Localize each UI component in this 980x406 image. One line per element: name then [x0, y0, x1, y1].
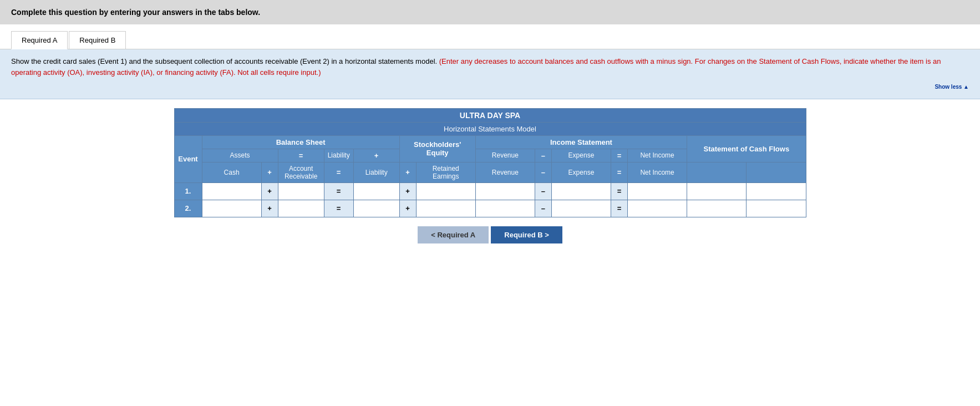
- row1-liability-cell[interactable]: [353, 182, 399, 200]
- row2-expense-cell[interactable]: [551, 200, 611, 217]
- revenue-col-header: Revenue: [475, 162, 535, 182]
- assets-header: Assets: [202, 149, 278, 162]
- instruction-box: Show the credit card sales (Event 1) and…: [0, 49, 980, 99]
- row1-equals1: =: [324, 182, 353, 200]
- row1-plus2: +: [399, 182, 416, 200]
- retained-earnings-header: Retained Earnings: [416, 162, 475, 182]
- minus-col-op: –: [535, 162, 551, 182]
- row2-liability-input[interactable]: [357, 202, 396, 215]
- row1-ar-cell[interactable]: [278, 182, 324, 200]
- row2-revenue-cell[interactable]: [475, 200, 535, 217]
- expense-col-header: Expense: [551, 162, 611, 182]
- event-header: Event: [174, 135, 202, 182]
- liability-col-header: Liability: [353, 162, 399, 182]
- stockholders-equity-header: Stockholders' Equity: [399, 135, 475, 162]
- row2-netincome-input[interactable]: [631, 202, 683, 215]
- row1-expense-cell[interactable]: [551, 182, 611, 200]
- row1-retained-cell[interactable]: [416, 182, 475, 200]
- row1-cash-cell[interactable]: [202, 182, 261, 200]
- row1-netincome-input[interactable]: [631, 185, 683, 197]
- row1-cashflow2-input[interactable]: [750, 185, 802, 197]
- row1-cash-input[interactable]: [206, 185, 258, 197]
- horizontal-statements-table: ULTRA DAY SPA Horizontal Statements Mode…: [174, 108, 806, 217]
- row1-revenue-input[interactable]: [479, 185, 531, 197]
- row1-liability-input[interactable]: [357, 185, 396, 197]
- revenue-header: Revenue: [475, 149, 535, 162]
- balance-sheet-header: Balance Sheet: [202, 135, 399, 149]
- row2-equals2: =: [611, 200, 628, 217]
- row2-minus1: –: [535, 200, 551, 217]
- row1-netincome-cell[interactable]: [628, 182, 687, 200]
- row2-cashflow2-cell[interactable]: [747, 200, 806, 217]
- next-button[interactable]: Required B >: [491, 226, 562, 243]
- prev-button[interactable]: < Required A: [418, 226, 489, 243]
- row2-cash-input[interactable]: [206, 202, 258, 215]
- row1-plus1: +: [261, 182, 278, 200]
- row2-expense-input[interactable]: [555, 202, 607, 215]
- row1-cashflow1-input[interactable]: [690, 185, 743, 197]
- tab-required-b[interactable]: Required B: [69, 31, 126, 49]
- row2-cashflow1-input[interactable]: [690, 202, 743, 215]
- table-row: 2. + = + – =: [174, 200, 806, 217]
- table-subtitle: Horizontal Statements Model: [174, 122, 806, 135]
- minus-op-1: –: [535, 149, 551, 162]
- equals-op-2: =: [611, 149, 628, 162]
- cash-flow-col1-header: [687, 162, 747, 182]
- row2-cash-cell[interactable]: [202, 200, 261, 217]
- cash-flow-col2-header: [747, 162, 806, 182]
- row2-cashflow1-cell[interactable]: [687, 200, 747, 217]
- plus-op-1: +: [261, 162, 278, 182]
- row2-ar-cell[interactable]: [278, 200, 324, 217]
- row1-cashflow1-cell[interactable]: [687, 182, 747, 200]
- table-title: ULTRA DAY SPA: [174, 108, 806, 122]
- table-wrapper: ULTRA DAY SPA Horizontal Statements Mode…: [0, 99, 980, 263]
- show-less-button[interactable]: Show less ▲: [11, 81, 969, 92]
- top-instruction: Complete this question by entering your …: [0, 0, 980, 24]
- row2-equals1: =: [324, 200, 353, 217]
- row1-revenue-cell[interactable]: [475, 182, 535, 200]
- cash-header: Cash: [202, 162, 261, 182]
- plus-op-2: +: [353, 149, 399, 162]
- equals-op-1: =: [278, 149, 324, 162]
- row1-ar-input[interactable]: [282, 185, 321, 197]
- row1-expense-input[interactable]: [555, 185, 607, 197]
- nav-buttons: < Required A Required B >: [11, 226, 969, 255]
- equals-balance-op: =: [324, 162, 353, 182]
- row2-retained-input[interactable]: [420, 202, 472, 215]
- table-row: 1. + = + – =: [174, 182, 806, 200]
- plus-equity-op: +: [399, 162, 416, 182]
- income-statement-header: Income Statement: [475, 135, 687, 149]
- row2-ar-input[interactable]: [282, 202, 321, 215]
- row2-plus2: +: [399, 200, 416, 217]
- event-2-label: 2.: [174, 200, 202, 217]
- row2-liability-cell[interactable]: [353, 200, 399, 217]
- event-1-label: 1.: [174, 182, 202, 200]
- row1-retained-input[interactable]: [420, 185, 472, 197]
- row1-cashflow2-cell[interactable]: [747, 182, 806, 200]
- net-income-header: Net Income: [628, 149, 687, 162]
- row2-plus1: +: [261, 200, 278, 217]
- tabs-row: Required A Required B: [0, 24, 980, 49]
- row2-revenue-input[interactable]: [479, 202, 531, 215]
- net-income-col-header: Net Income: [628, 162, 687, 182]
- row1-minus1: –: [535, 182, 551, 200]
- row1-equals2: =: [611, 182, 628, 200]
- cash-flows-header: Statement of Cash Flows: [687, 135, 806, 162]
- row2-cashflow2-input[interactable]: [750, 202, 802, 215]
- liability-header: Liability: [324, 149, 353, 162]
- row2-netincome-cell[interactable]: [628, 200, 687, 217]
- account-receivable-header: Account Receivable: [278, 162, 324, 182]
- row2-retained-cell[interactable]: [416, 200, 475, 217]
- tab-required-a[interactable]: Required A: [11, 31, 68, 49]
- equals-net-op: =: [611, 162, 628, 182]
- expense-header: Expense: [551, 149, 611, 162]
